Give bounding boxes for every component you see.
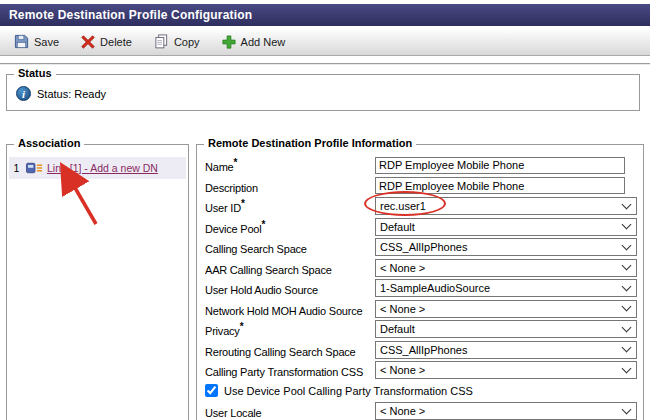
user-hold-audio-source-label: User Hold Audio Source bbox=[205, 280, 375, 296]
name-input[interactable] bbox=[375, 157, 625, 174]
delete-button[interactable]: Delete bbox=[70, 28, 143, 55]
delete-icon bbox=[81, 35, 95, 49]
aar-calling-search-space-select[interactable]: < None > bbox=[375, 259, 637, 277]
copy-icon bbox=[154, 34, 169, 49]
name-label: Name* bbox=[205, 157, 375, 173]
page-title: Remote Destination Profile Configuration bbox=[0, 4, 650, 26]
chevron-down-icon bbox=[622, 240, 632, 250]
use-device-pool-cpt-css-row: Use Device Pool Calling Party Transforma… bbox=[205, 381, 635, 402]
toolbar: Save Delete Copy Add New bbox=[0, 28, 650, 56]
privacy-select[interactable]: Default bbox=[375, 320, 637, 338]
chevron-down-icon bbox=[622, 220, 632, 230]
description-row: Description bbox=[205, 176, 635, 197]
rerouting-calling-search-space-select[interactable]: CSS_AllIpPhones bbox=[375, 341, 637, 359]
use-device-pool-cpt-css-label: Use Device Pool Calling Party Transforma… bbox=[224, 385, 473, 397]
chevron-down-icon bbox=[622, 302, 632, 312]
horizontal-divider bbox=[0, 63, 650, 65]
add-new-button-label: Add New bbox=[241, 36, 286, 48]
info-icon: i bbox=[16, 86, 31, 101]
status-section: Status i Status: Ready bbox=[6, 74, 640, 111]
chevron-down-icon bbox=[622, 404, 632, 414]
privacy-label: Privacy* bbox=[205, 321, 375, 337]
user-locale-label: User Locale bbox=[205, 403, 375, 419]
add-new-dn-link[interactable]: Line [1] - Add a new DN bbox=[47, 162, 158, 174]
add-new-button[interactable]: Add New bbox=[211, 28, 297, 55]
association-row: 1 Line [1] - Add a new DN bbox=[9, 157, 186, 179]
calling-party-transformation-css-label: Calling Party Transformation CSS bbox=[205, 362, 375, 378]
save-button-label: Save bbox=[34, 36, 59, 48]
calling-party-transformation-css-row: Calling Party Transformation CSS < None … bbox=[205, 360, 635, 381]
line-icon bbox=[26, 162, 43, 174]
user-id-select[interactable]: rec.user1 bbox=[375, 197, 637, 215]
copy-button[interactable]: Copy bbox=[143, 28, 211, 55]
add-new-icon bbox=[222, 35, 236, 49]
calling-search-space-select[interactable]: CSS_AllIpPhones bbox=[375, 238, 637, 256]
association-section: Association 1 Line [1] - Add a new DN bbox=[6, 144, 189, 420]
network-hold-moh-audio-source-select[interactable]: < None > bbox=[375, 300, 637, 318]
description-label: Description bbox=[205, 178, 375, 194]
save-icon bbox=[14, 34, 29, 49]
aar-calling-search-space-row: AAR Calling Search Space < None > bbox=[205, 258, 635, 279]
device-pool-row: Device Pool* Default bbox=[205, 217, 635, 238]
association-legend: Association bbox=[14, 137, 84, 149]
user-hold-audio-source-select[interactable]: 1-SampleAudioSource bbox=[375, 279, 637, 297]
status-text: Status: Ready bbox=[37, 88, 106, 100]
user-id-label: User ID* bbox=[205, 198, 375, 214]
user-id-row: User ID* rec.user1 bbox=[205, 196, 635, 217]
user-locale-row: User Locale < None > bbox=[205, 401, 635, 420]
profile-information-legend: Remote Destination Profile Information bbox=[204, 137, 416, 149]
user-locale-select[interactable]: < None > bbox=[375, 402, 637, 420]
name-row: Name* bbox=[205, 155, 635, 176]
use-device-pool-cpt-css-checkbox[interactable] bbox=[205, 384, 218, 397]
description-input[interactable] bbox=[375, 177, 625, 194]
chevron-down-icon bbox=[622, 363, 632, 373]
network-hold-moh-audio-source-label: Network Hold MOH Audio Source bbox=[205, 301, 375, 317]
save-button[interactable]: Save bbox=[3, 28, 70, 55]
calling-search-space-label: Calling Search Space bbox=[205, 239, 375, 255]
device-pool-label: Device Pool* bbox=[205, 219, 375, 235]
chevron-down-icon bbox=[622, 322, 632, 332]
profile-information-section: Remote Destination Profile Information N… bbox=[196, 144, 644, 420]
calling-search-space-row: Calling Search Space CSS_AllIpPhones bbox=[205, 237, 635, 258]
calling-party-transformation-css-select[interactable]: < None > bbox=[375, 361, 637, 379]
chevron-down-icon bbox=[622, 281, 632, 291]
rerouting-calling-search-space-row: Rerouting Calling Search Space CSS_AllIp… bbox=[205, 340, 635, 361]
aar-calling-search-space-label: AAR Calling Search Space bbox=[205, 260, 375, 276]
rerouting-calling-search-space-label: Rerouting Calling Search Space bbox=[205, 342, 375, 358]
status-legend: Status bbox=[14, 67, 56, 79]
copy-button-label: Copy bbox=[174, 36, 200, 48]
user-hold-audio-source-row: User Hold Audio Source 1-SampleAudioSour… bbox=[205, 278, 635, 299]
chevron-down-icon bbox=[622, 261, 632, 271]
network-hold-moh-audio-source-row: Network Hold MOH Audio Source < None > bbox=[205, 299, 635, 320]
device-pool-select[interactable]: Default bbox=[375, 218, 637, 236]
chevron-down-icon bbox=[622, 199, 632, 209]
chevron-down-icon bbox=[622, 343, 632, 353]
delete-button-label: Delete bbox=[100, 36, 132, 48]
privacy-row: Privacy* Default bbox=[205, 319, 635, 340]
association-row-number: 1 bbox=[11, 162, 22, 174]
